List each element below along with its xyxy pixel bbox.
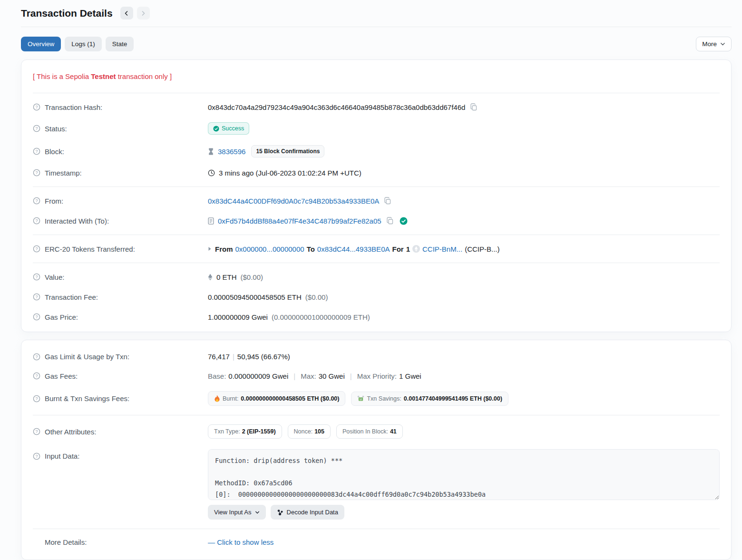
next-transaction-button[interactable]	[137, 7, 150, 20]
question-icon[interactable]: ?	[33, 353, 40, 361]
tab-logs[interactable]: Logs (1)	[65, 37, 102, 51]
status-label: Status:	[45, 125, 67, 133]
question-icon[interactable]: ?	[33, 273, 40, 281]
timestamp-value: 3 mins ago (Jul-06-2023 01:02:24 PM +UTC…	[219, 169, 361, 177]
burnt-fee-value: 0.000000000000458505 ETH ($0.00)	[241, 395, 339, 402]
question-icon[interactable]: ?	[33, 452, 40, 460]
svg-text:?: ?	[35, 429, 38, 434]
question-icon[interactable]: ?	[33, 125, 40, 132]
interacted-with-label: Interacted With (To):	[45, 217, 109, 225]
svg-text:?: ?	[35, 295, 38, 299]
txn-savings-value: 0.001477404999541495 ETH ($0.00)	[404, 395, 502, 402]
gas-limit-row: ? Gas Limit & Usage by Txn: 76,417 | 50,…	[33, 345, 720, 366]
chevron-left-icon	[124, 10, 129, 16]
copy-to-address-button[interactable]	[385, 217, 394, 225]
max-priority-fee-value: 1 Gwei	[399, 372, 421, 380]
token-icon	[412, 245, 420, 253]
decode-icon	[277, 509, 283, 516]
max-priority-fee-label: Max Priority:	[357, 372, 397, 380]
show-less-toggle-link[interactable]: — Click to show less	[208, 538, 273, 546]
chevron-right-icon	[140, 10, 146, 16]
block-number-link[interactable]: 3836596	[218, 147, 245, 156]
gas-fees-row: ? Gas Fees: Base: 0.000000009 Gwei | Max…	[33, 366, 720, 386]
svg-text:?: ?	[35, 354, 38, 359]
svg-text:?: ?	[35, 149, 38, 154]
verified-check-circle-icon	[400, 217, 408, 225]
question-icon[interactable]: ?	[33, 293, 40, 301]
gas-price-amount: 1.000000009 Gwei	[208, 313, 268, 321]
transaction-details-page: Transaction Details Overview Logs (1) St…	[0, 0, 742, 560]
decode-input-data-button[interactable]: Decode Input Data	[271, 505, 344, 520]
svg-text:?: ?	[35, 198, 38, 203]
erc20-from-address-link[interactable]: 0x000000...00000000	[235, 245, 304, 253]
question-icon[interactable]: ?	[33, 313, 40, 321]
testnet-notice: [ This is a Sepolia Testnet transaction …	[33, 65, 720, 89]
tab-state[interactable]: State	[106, 37, 134, 51]
question-icon[interactable]: ?	[33, 103, 40, 111]
question-icon[interactable]: ?	[33, 372, 40, 380]
question-icon[interactable]: ?	[33, 395, 40, 403]
input-data-label: Input Data:	[45, 452, 79, 460]
divider	[33, 93, 720, 93]
timestamp-label: Timestamp:	[45, 169, 82, 177]
tab-bar: Overview Logs (1) State More	[21, 37, 732, 51]
block-label: Block:	[45, 147, 64, 156]
burnt-fee-label: Burnt:	[223, 395, 238, 402]
position-in-block-label: Position In Block:	[342, 428, 388, 435]
copy-hash-button[interactable]	[469, 103, 478, 111]
copy-from-address-button[interactable]	[383, 197, 391, 205]
status-badge-label: Success	[222, 125, 244, 132]
svg-text:?: ?	[35, 218, 38, 223]
question-icon[interactable]: ?	[33, 217, 40, 225]
other-attributes-row: ? Other Attributes: Txn Type: 2 (EIP-155…	[33, 419, 720, 444]
erc20-token-link[interactable]: CCIP-BnM...	[422, 245, 462, 253]
page-header: Transaction Details	[21, 7, 732, 20]
question-icon[interactable]: ?	[33, 245, 40, 253]
svg-text:?: ?	[35, 126, 38, 131]
burnt-savings-row: ? Burnt & Txn Savings Fees: Burnt: 0.000…	[33, 386, 720, 411]
copy-icon	[386, 217, 394, 225]
burnt-savings-label: Burnt & Txn Savings Fees:	[45, 394, 129, 403]
erc20-to-address-link[interactable]: 0x83dC44...4933BE0A	[317, 245, 390, 253]
erc20-from-label: From	[215, 245, 233, 253]
transaction-hash-label: Transaction Hash:	[45, 103, 102, 111]
to-address-link[interactable]: 0xFd57b4ddBf88a4e07fF4e34C487b99af2Fe82a…	[218, 217, 381, 225]
transaction-fee-usd: ($0.00)	[305, 293, 328, 301]
value-usd: ($0.00)	[241, 273, 264, 281]
question-icon[interactable]: ?	[33, 428, 40, 435]
previous-transaction-button[interactable]	[120, 7, 133, 20]
input-data-row: ? Input Data: Function: drip(address tok…	[33, 444, 720, 525]
more-dropdown-button[interactable]: More	[696, 37, 732, 51]
transaction-hash-row: ? Transaction Hash: 0x843dc70a4a29d79234…	[33, 97, 720, 117]
more-button-label: More	[702, 40, 717, 48]
more-details-row: More Details: — Click to show less	[33, 533, 720, 555]
overview-card: [ This is a Sepolia Testnet transaction …	[21, 59, 732, 332]
clock-icon	[208, 169, 215, 177]
block-row: ? Block: 3836596 15 Block Confirmations	[33, 140, 720, 163]
svg-text:?: ?	[35, 314, 38, 319]
status-badge: Success	[208, 122, 249, 135]
transaction-fee-row: ? Transaction Fee: 0.000050945000458505 …	[33, 287, 720, 307]
view-input-as-button[interactable]: View Input As	[208, 505, 266, 520]
from-row: ? From: 0x83dC44a4C00DFf69d0A0c7c94B20b5…	[33, 191, 720, 211]
burnt-fee-badge: Burnt: 0.000000000000458505 ETH ($0.00)	[208, 391, 345, 406]
tab-overview[interactable]: Overview	[21, 37, 61, 51]
erc20-to-label: To	[307, 245, 315, 253]
other-attributes-label: Other Attributes:	[45, 428, 96, 436]
contract-icon	[208, 217, 214, 225]
value-row: ? Value: 0 ETH ($0.00)	[33, 267, 720, 287]
question-icon[interactable]: ?	[33, 169, 40, 177]
input-data-textarea[interactable]: Function: drip(address token) *** Method…	[208, 449, 720, 500]
from-address-link[interactable]: 0x83dC44a4C00DFf69d0A0c7c94B20b53a4933BE…	[208, 197, 379, 205]
svg-text:?: ?	[35, 246, 38, 251]
question-icon[interactable]: ?	[33, 197, 40, 205]
txn-type-badge: Txn Type: 2 (EIP-1559)	[208, 424, 282, 439]
question-icon[interactable]: ?	[33, 147, 40, 155]
copy-icon	[384, 197, 391, 205]
svg-text:?: ?	[35, 454, 38, 459]
gas-price-row: ? Gas Price: 1.000000009 Gwei (0.0000000…	[33, 307, 720, 327]
more-details-label: More Details:	[45, 538, 87, 546]
max-fee-label: Max:	[301, 372, 316, 380]
pipe-separator: |	[347, 372, 355, 380]
gas-price-eth: (0.000000001000000009 ETH)	[272, 313, 370, 321]
